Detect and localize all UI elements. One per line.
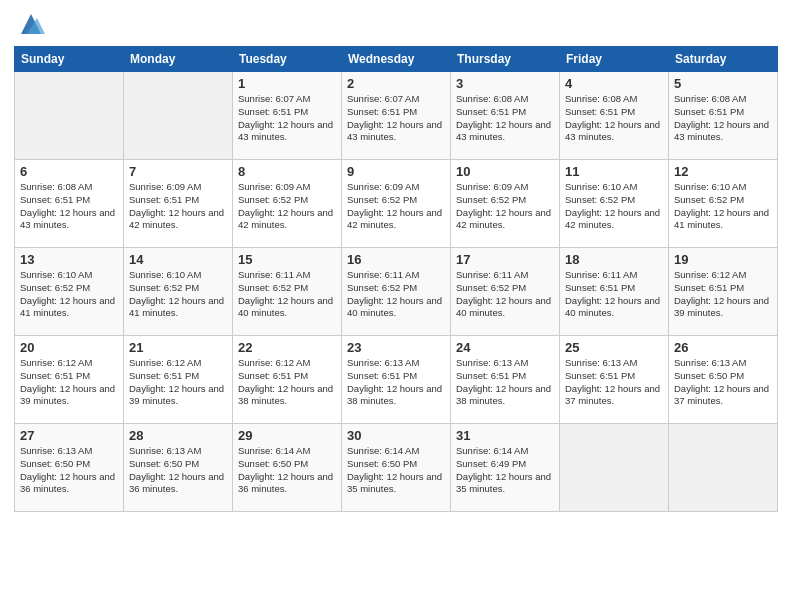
day-info: Sunrise: 6:09 AM Sunset: 6:51 PM Dayligh… [129, 181, 227, 232]
calendar-day-cell: 23Sunrise: 6:13 AM Sunset: 6:51 PM Dayli… [342, 336, 451, 424]
day-info: Sunrise: 6:08 AM Sunset: 6:51 PM Dayligh… [20, 181, 118, 232]
day-number: 1 [238, 76, 336, 91]
calendar-day-cell: 19Sunrise: 6:12 AM Sunset: 6:51 PM Dayli… [669, 248, 778, 336]
day-number: 23 [347, 340, 445, 355]
calendar-day-cell: 12Sunrise: 6:10 AM Sunset: 6:52 PM Dayli… [669, 160, 778, 248]
calendar-day-cell: 17Sunrise: 6:11 AM Sunset: 6:52 PM Dayli… [451, 248, 560, 336]
calendar-day-cell: 3Sunrise: 6:08 AM Sunset: 6:51 PM Daylig… [451, 72, 560, 160]
day-number: 2 [347, 76, 445, 91]
calendar-day-cell [124, 72, 233, 160]
calendar-weekday-monday: Monday [124, 47, 233, 72]
day-info: Sunrise: 6:14 AM Sunset: 6:50 PM Dayligh… [347, 445, 445, 496]
day-info: Sunrise: 6:13 AM Sunset: 6:51 PM Dayligh… [347, 357, 445, 408]
day-number: 30 [347, 428, 445, 443]
day-info: Sunrise: 6:08 AM Sunset: 6:51 PM Dayligh… [565, 93, 663, 144]
day-number: 12 [674, 164, 772, 179]
day-info: Sunrise: 6:09 AM Sunset: 6:52 PM Dayligh… [347, 181, 445, 232]
calendar-week-row: 1Sunrise: 6:07 AM Sunset: 6:51 PM Daylig… [15, 72, 778, 160]
day-number: 8 [238, 164, 336, 179]
day-number: 13 [20, 252, 118, 267]
day-info: Sunrise: 6:07 AM Sunset: 6:51 PM Dayligh… [238, 93, 336, 144]
day-number: 4 [565, 76, 663, 91]
day-number: 9 [347, 164, 445, 179]
calendar-day-cell: 26Sunrise: 6:13 AM Sunset: 6:50 PM Dayli… [669, 336, 778, 424]
calendar-day-cell: 20Sunrise: 6:12 AM Sunset: 6:51 PM Dayli… [15, 336, 124, 424]
day-info: Sunrise: 6:10 AM Sunset: 6:52 PM Dayligh… [129, 269, 227, 320]
day-info: Sunrise: 6:07 AM Sunset: 6:51 PM Dayligh… [347, 93, 445, 144]
day-info: Sunrise: 6:10 AM Sunset: 6:52 PM Dayligh… [565, 181, 663, 232]
day-info: Sunrise: 6:14 AM Sunset: 6:50 PM Dayligh… [238, 445, 336, 496]
day-info: Sunrise: 6:12 AM Sunset: 6:51 PM Dayligh… [238, 357, 336, 408]
day-info: Sunrise: 6:14 AM Sunset: 6:49 PM Dayligh… [456, 445, 554, 496]
calendar-table: SundayMondayTuesdayWednesdayThursdayFrid… [14, 46, 778, 512]
day-info: Sunrise: 6:09 AM Sunset: 6:52 PM Dayligh… [456, 181, 554, 232]
day-number: 24 [456, 340, 554, 355]
day-info: Sunrise: 6:08 AM Sunset: 6:51 PM Dayligh… [674, 93, 772, 144]
day-number: 26 [674, 340, 772, 355]
day-number: 6 [20, 164, 118, 179]
day-info: Sunrise: 6:13 AM Sunset: 6:50 PM Dayligh… [674, 357, 772, 408]
calendar-weekday-saturday: Saturday [669, 47, 778, 72]
day-number: 28 [129, 428, 227, 443]
day-info: Sunrise: 6:10 AM Sunset: 6:52 PM Dayligh… [20, 269, 118, 320]
day-number: 7 [129, 164, 227, 179]
calendar-week-row: 27Sunrise: 6:13 AM Sunset: 6:50 PM Dayli… [15, 424, 778, 512]
day-info: Sunrise: 6:12 AM Sunset: 6:51 PM Dayligh… [674, 269, 772, 320]
day-number: 15 [238, 252, 336, 267]
calendar-day-cell: 22Sunrise: 6:12 AM Sunset: 6:51 PM Dayli… [233, 336, 342, 424]
calendar-header-row: SundayMondayTuesdayWednesdayThursdayFrid… [15, 47, 778, 72]
day-number: 10 [456, 164, 554, 179]
calendar-weekday-sunday: Sunday [15, 47, 124, 72]
day-number: 16 [347, 252, 445, 267]
calendar-day-cell: 4Sunrise: 6:08 AM Sunset: 6:51 PM Daylig… [560, 72, 669, 160]
calendar-day-cell [669, 424, 778, 512]
day-info: Sunrise: 6:13 AM Sunset: 6:50 PM Dayligh… [20, 445, 118, 496]
calendar-day-cell: 24Sunrise: 6:13 AM Sunset: 6:51 PM Dayli… [451, 336, 560, 424]
calendar-week-row: 20Sunrise: 6:12 AM Sunset: 6:51 PM Dayli… [15, 336, 778, 424]
day-number: 21 [129, 340, 227, 355]
day-number: 11 [565, 164, 663, 179]
day-info: Sunrise: 6:08 AM Sunset: 6:51 PM Dayligh… [456, 93, 554, 144]
calendar-day-cell: 27Sunrise: 6:13 AM Sunset: 6:50 PM Dayli… [15, 424, 124, 512]
day-info: Sunrise: 6:13 AM Sunset: 6:51 PM Dayligh… [565, 357, 663, 408]
calendar-day-cell: 1Sunrise: 6:07 AM Sunset: 6:51 PM Daylig… [233, 72, 342, 160]
calendar-day-cell: 9Sunrise: 6:09 AM Sunset: 6:52 PM Daylig… [342, 160, 451, 248]
day-info: Sunrise: 6:11 AM Sunset: 6:52 PM Dayligh… [456, 269, 554, 320]
day-info: Sunrise: 6:13 AM Sunset: 6:50 PM Dayligh… [129, 445, 227, 496]
calendar-day-cell: 6Sunrise: 6:08 AM Sunset: 6:51 PM Daylig… [15, 160, 124, 248]
day-number: 27 [20, 428, 118, 443]
calendar-day-cell [15, 72, 124, 160]
day-number: 20 [20, 340, 118, 355]
calendar-day-cell: 2Sunrise: 6:07 AM Sunset: 6:51 PM Daylig… [342, 72, 451, 160]
calendar-week-row: 13Sunrise: 6:10 AM Sunset: 6:52 PM Dayli… [15, 248, 778, 336]
calendar-day-cell: 14Sunrise: 6:10 AM Sunset: 6:52 PM Dayli… [124, 248, 233, 336]
calendar-day-cell: 13Sunrise: 6:10 AM Sunset: 6:52 PM Dayli… [15, 248, 124, 336]
logo [14, 10, 45, 38]
day-number: 25 [565, 340, 663, 355]
calendar-day-cell: 5Sunrise: 6:08 AM Sunset: 6:51 PM Daylig… [669, 72, 778, 160]
calendar-day-cell: 18Sunrise: 6:11 AM Sunset: 6:51 PM Dayli… [560, 248, 669, 336]
day-number: 3 [456, 76, 554, 91]
day-info: Sunrise: 6:11 AM Sunset: 6:52 PM Dayligh… [238, 269, 336, 320]
calendar-day-cell: 25Sunrise: 6:13 AM Sunset: 6:51 PM Dayli… [560, 336, 669, 424]
day-number: 18 [565, 252, 663, 267]
calendar-day-cell: 28Sunrise: 6:13 AM Sunset: 6:50 PM Dayli… [124, 424, 233, 512]
calendar-day-cell: 21Sunrise: 6:12 AM Sunset: 6:51 PM Dayli… [124, 336, 233, 424]
day-info: Sunrise: 6:13 AM Sunset: 6:51 PM Dayligh… [456, 357, 554, 408]
day-number: 14 [129, 252, 227, 267]
calendar-day-cell: 16Sunrise: 6:11 AM Sunset: 6:52 PM Dayli… [342, 248, 451, 336]
calendar-weekday-tuesday: Tuesday [233, 47, 342, 72]
day-info: Sunrise: 6:10 AM Sunset: 6:52 PM Dayligh… [674, 181, 772, 232]
calendar-day-cell: 15Sunrise: 6:11 AM Sunset: 6:52 PM Dayli… [233, 248, 342, 336]
page-header [14, 10, 778, 38]
calendar-weekday-friday: Friday [560, 47, 669, 72]
day-number: 29 [238, 428, 336, 443]
day-info: Sunrise: 6:11 AM Sunset: 6:51 PM Dayligh… [565, 269, 663, 320]
calendar-day-cell: 11Sunrise: 6:10 AM Sunset: 6:52 PM Dayli… [560, 160, 669, 248]
day-info: Sunrise: 6:09 AM Sunset: 6:52 PM Dayligh… [238, 181, 336, 232]
logo-icon [17, 10, 45, 38]
calendar-day-cell: 8Sunrise: 6:09 AM Sunset: 6:52 PM Daylig… [233, 160, 342, 248]
day-number: 19 [674, 252, 772, 267]
day-info: Sunrise: 6:12 AM Sunset: 6:51 PM Dayligh… [129, 357, 227, 408]
calendar-day-cell: 7Sunrise: 6:09 AM Sunset: 6:51 PM Daylig… [124, 160, 233, 248]
